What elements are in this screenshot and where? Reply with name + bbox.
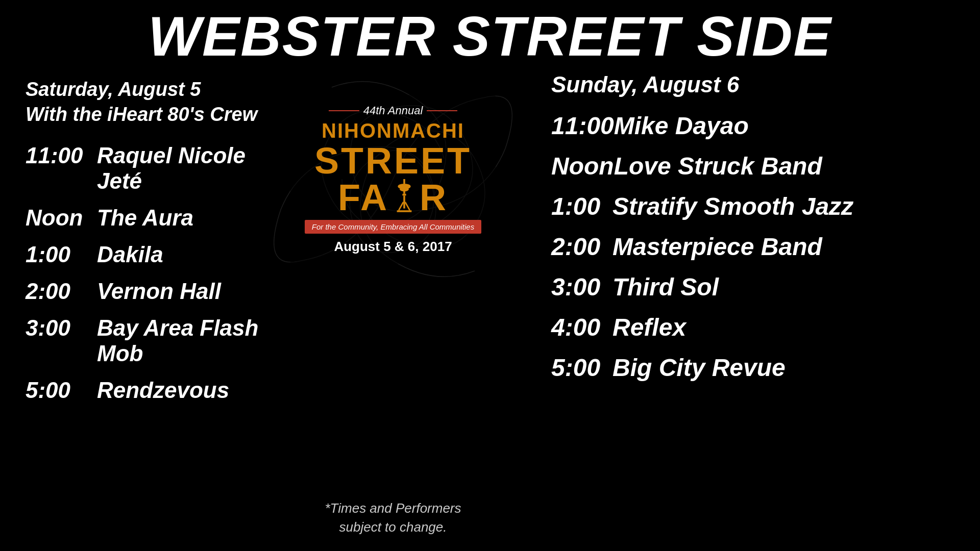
- schedule-row: 3:00 Third Sol: [551, 273, 954, 301]
- svg-rect-8: [397, 210, 412, 212]
- svg-rect-4: [402, 193, 406, 195]
- disclaimer: *Times and Performers subject to change.: [325, 499, 461, 536]
- schedule-row: 2:00 Masterpiece Band: [551, 233, 954, 261]
- performer: Rendzevous: [97, 378, 229, 403]
- performer: Vernon Hall: [97, 279, 221, 304]
- content-area: Saturday, August 5 With the iHeart 80's …: [0, 67, 980, 551]
- schedule-row: Noon The Aura: [26, 205, 265, 231]
- schedule-row: 4:00 Reflex: [551, 313, 954, 341]
- performer: Dakila: [97, 242, 163, 267]
- logo-fa: FA: [338, 179, 389, 216]
- time: 1:00: [551, 192, 612, 220]
- performer: Bay Area Flash Mob: [97, 315, 265, 366]
- logo-fair-row: FA R: [305, 179, 481, 216]
- time: 5:00: [551, 354, 612, 382]
- svg-rect-5: [403, 195, 405, 208]
- time: 3:00: [551, 273, 612, 301]
- left-column: Saturday, August 5 With the iHeart 80's …: [0, 67, 265, 551]
- center-column: 44th Annual NIHONMACHI STREET FA: [265, 67, 521, 551]
- performer: Third Sol: [612, 273, 719, 301]
- time: 11:00: [551, 112, 614, 140]
- right-column: Sunday, August 6 11:00 Mike Dayao Noon L…: [521, 67, 980, 551]
- time: 4:00: [551, 313, 612, 341]
- saturday-header: Saturday, August 5 With the iHeart 80's …: [26, 77, 265, 128]
- svg-rect-0: [403, 179, 405, 184]
- svg-line-6: [399, 202, 403, 210]
- performer: Raquel Nicole Jeté: [97, 143, 265, 194]
- time: 2:00: [26, 279, 97, 304]
- logo-street: STREET: [305, 142, 481, 179]
- time: 11:00: [26, 143, 97, 168]
- tower-icon: [392, 179, 416, 216]
- performer: The Aura: [97, 205, 193, 231]
- svg-rect-3: [403, 189, 405, 193]
- performer: Mike Dayao: [614, 112, 749, 140]
- schedule-row: 11:00 Mike Dayao: [551, 112, 954, 140]
- schedule-row: 11:00 Raquel Nicole Jeté: [26, 143, 265, 194]
- schedule-row: 2:00 Vernon Hall: [26, 279, 265, 304]
- time: 3:00: [26, 315, 97, 341]
- logo-container: 44th Annual NIHONMACHI STREET FA: [301, 72, 485, 286]
- logo-tagline: For the Community, Embracing All Communi…: [305, 220, 481, 234]
- logo-dates: August 5 & 6, 2017: [305, 239, 481, 255]
- right-schedule: 11:00 Mike Dayao Noon Love Struck Band 1…: [551, 112, 954, 382]
- time: 2:00: [551, 233, 612, 261]
- logo-r: R: [420, 179, 448, 216]
- time: 5:00: [26, 378, 97, 403]
- logo-line-right: [427, 110, 457, 111]
- svg-line-7: [405, 202, 410, 210]
- schedule-row: 1:00 Dakila: [26, 242, 265, 267]
- schedule-row: Noon Love Struck Band: [551, 152, 954, 180]
- sunday-header: Sunday, August 6: [551, 72, 954, 97]
- schedule-row: 5:00 Rendzevous: [26, 378, 265, 403]
- schedule-row: 5:00 Big City Revue: [551, 354, 954, 382]
- time: 1:00: [26, 242, 97, 267]
- logo-nihonmachi: NIHONMACHI: [305, 119, 481, 142]
- performer: Reflex: [612, 313, 686, 341]
- left-schedule: 11:00 Raquel Nicole Jeté Noon The Aura 1…: [26, 143, 265, 403]
- performer: Big City Revue: [612, 354, 786, 382]
- performer: Love Struck Band: [614, 152, 822, 180]
- logo-annual: 44th Annual: [305, 104, 481, 117]
- time: Noon: [551, 152, 614, 180]
- performer: Stratify Smooth Jazz: [612, 192, 853, 220]
- performer: Masterpiece Band: [612, 233, 822, 261]
- time: Noon: [26, 205, 97, 231]
- schedule-row: 3:00 Bay Area Flash Mob: [26, 315, 265, 366]
- schedule-row: 1:00 Stratify Smooth Jazz: [551, 192, 954, 220]
- logo-line-left: [329, 110, 359, 111]
- logo-inner: 44th Annual NIHONMACHI STREET FA: [290, 95, 496, 264]
